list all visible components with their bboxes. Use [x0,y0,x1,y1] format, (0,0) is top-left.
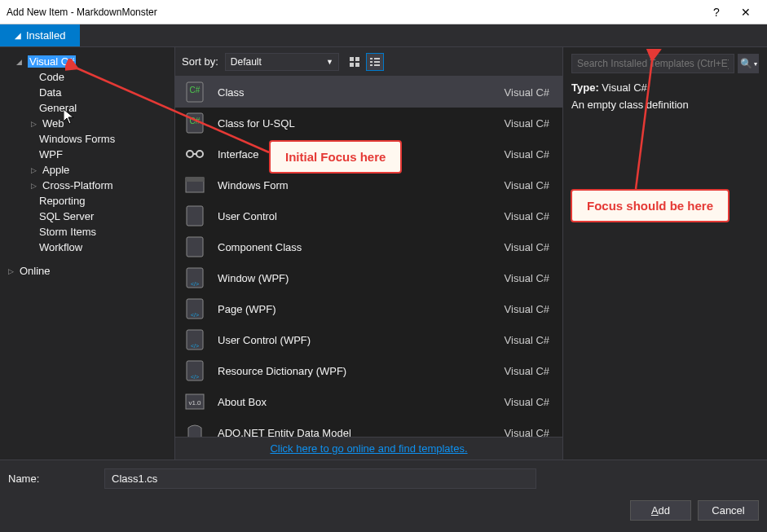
content-area: ◢ Visual C# CodeDataGeneral▷WebWindows F… [0,47,767,459]
class-icon: C# [183,81,206,103]
svg-point-14 [187,151,193,157]
template-item[interactable]: v1.0About BoxVisual C# [175,386,562,417]
template-lang: Visual C# [505,86,549,99]
template-item[interactable]: ADO.NET Entity Data ModelVisual C# [175,417,562,437]
tree-item[interactable]: Code [0,69,174,85]
grid-icon [349,56,360,68]
template-name: User Control [218,210,505,222]
template-lang: Visual C# [505,427,549,437]
chevron-down-icon: ▾ [754,60,757,68]
template-list[interactable]: C#ClassVisual C#C#Class for U-SQLVisual … [175,77,562,437]
tree-item[interactable]: WPF [0,147,174,162]
tree-online[interactable]: ▷ Online [0,263,174,279]
sort-label: Sort by: [182,55,218,68]
view-mode-buttons [346,53,384,71]
online-templates-link[interactable]: Click here to go online and find templat… [270,442,467,455]
cancel-button[interactable]: Cancel [698,500,759,521]
ado-icon [183,421,206,437]
view-grid-button[interactable] [346,53,364,71]
svg-text:C#: C# [190,86,201,95]
svg-rect-1 [355,57,359,61]
svg-text:C#: C# [190,117,201,125]
svg-rect-7 [374,61,380,63]
detail-panel: 🔍▾ Type: Visual C# An empty class defini… [563,47,767,459]
template-name: Class for U-SQL [218,117,505,130]
bottom-bar: Name: Add Cancel [0,459,767,532]
help-button[interactable]: ? [702,0,731,24]
tree-item-label: Windows Forms [39,133,115,145]
close-button[interactable]: ✕ [731,0,760,24]
template-item[interactable]: Windows FormVisual C# [175,169,562,200]
template-item[interactable]: </>Resource Dictionary (WPF)Visual C# [175,355,562,386]
svg-text:</>: </> [191,281,199,287]
template-item[interactable]: Component ClassVisual C# [175,231,562,262]
template-name: Component Class [218,241,505,253]
template-item[interactable]: C#Class for U-SQLVisual C# [175,108,562,138]
svg-rect-0 [350,57,354,61]
tree-item-label: Web [42,117,64,130]
list-icon [369,56,381,68]
svg-rect-3 [355,63,359,67]
chevron-right-icon: ▷ [31,120,41,128]
search-input[interactable] [571,54,734,73]
detail-type-row: Type: Visual C# [571,81,759,94]
class-icon: C# [183,112,206,134]
template-item[interactable]: </>Page (WPF)Visual C# [175,293,562,324]
template-item[interactable]: </>Window (WPF)Visual C# [175,262,562,293]
template-lang: Visual C# [505,303,549,315]
tree-item[interactable]: Windows Forms [0,131,174,147]
template-panel: Sort by: Default ▼ C#ClassVisual C#C#Cla… [175,47,563,459]
view-list-button[interactable] [366,53,384,71]
tree-item-label: Cross-Platform [42,179,113,191]
tree-item[interactable]: Data [0,85,174,100]
tree-item[interactable]: General [0,100,174,116]
template-name: User Control (WPF) [218,334,505,346]
detail-type-value: Visual C# [602,81,646,94]
sort-value: Default [231,56,262,68]
template-lang: Visual C# [505,179,549,191]
template-item[interactable]: C#ClassVisual C# [175,77,562,108]
chevron-down-icon: ◢ [15,31,21,40]
chevron-right-icon: ▷ [31,166,41,174]
tree-root-visual-csharp[interactable]: ◢ Visual C# [0,54,174,69]
tree-item[interactable]: ▷Apple [0,162,174,178]
sort-dropdown[interactable]: Default ▼ [225,53,339,71]
tab-installed[interactable]: ◢ Installed [0,24,80,46]
usercontrol-icon [183,204,206,227]
tree-item[interactable]: SQL Server [0,209,174,224]
window-title: Add New Item - MarkdownMonster [7,7,702,18]
template-item[interactable]: User ControlVisual C# [175,200,562,231]
template-toolbar: Sort by: Default ▼ [175,47,562,77]
add-button[interactable]: Add [630,500,691,521]
online-link-bar: Click here to go online and find templat… [175,437,562,459]
template-item[interactable]: InterfaceVisual C# [175,138,562,169]
name-input[interactable] [104,468,536,489]
template-name: Windows Form [218,179,505,191]
detail-description: An empty class definition [571,99,759,111]
tab-label: Installed [26,29,65,42]
template-item[interactable]: </>User Control (WPF)Visual C# [175,324,562,355]
svg-text:</>: </> [191,343,199,349]
search-button[interactable]: 🔍▾ [738,54,759,73]
tree-item-label: Apple [42,164,69,176]
template-lang: Visual C# [505,396,549,408]
title-bar: Add New Item - MarkdownMonster ? ✕ [0,0,767,24]
template-name: About Box [218,396,505,408]
tree-item-label: Reporting [39,195,85,207]
chevron-right-icon: ▷ [8,267,18,275]
tree-item[interactable]: Storm Items [0,224,174,240]
template-lang: Visual C# [505,117,549,130]
template-name: Resource Dictionary (WPF) [218,365,505,377]
tree-item[interactable]: Reporting [0,193,174,209]
category-tabs: ◢ Installed [0,24,767,47]
svg-rect-8 [370,64,372,66]
component-icon [183,235,206,258]
tree-item[interactable]: ▷Web [0,116,174,131]
svg-rect-20 [187,237,203,257]
tree-item-label: WPF [39,148,63,160]
template-lang: Visual C# [505,272,549,284]
search-icon: 🔍 [740,58,752,69]
tree-item[interactable]: Workflow [0,240,174,255]
tree-item[interactable]: ▷Cross-Platform [0,178,174,193]
svg-rect-19 [187,206,203,226]
